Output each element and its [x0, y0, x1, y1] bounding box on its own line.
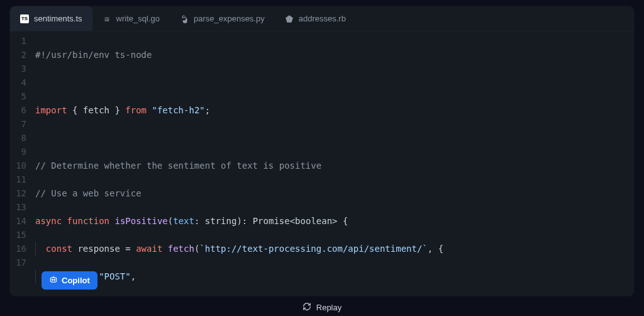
py-icon [180, 14, 189, 23]
copilot-button[interactable]: Copilot [42, 271, 97, 290]
code-line: // Use a web service [35, 186, 634, 200]
svg-point-2 [54, 279, 55, 281]
replay-icon [303, 302, 311, 313]
line-number-gutter: 1 2 3 4 5 6 7 8 9 10 11 12 13 14 15 16 1… [10, 34, 35, 296]
copilot-label: Copilot [62, 276, 90, 285]
code-line: const response = await fetch(`http://tex… [35, 242, 634, 256]
editor-window: TS sentiments.ts write_sql.go parse_expe… [10, 6, 634, 296]
code-line: // Determine whether the sentiment of te… [35, 159, 634, 172]
code-content[interactable]: #!/usr/bin/env ts-node import { fetch } … [35, 34, 634, 296]
tab-label: write_sql.go [116, 14, 160, 23]
code-line: #!/usr/bin/env ts-node [35, 48, 634, 62]
go-icon [103, 14, 111, 23]
tab-label: parse_expenses.py [194, 14, 265, 23]
svg-point-1 [52, 279, 53, 281]
code-line: import { fetch } from "fetch-h2"; [35, 103, 634, 117]
tab-write-sql-go[interactable]: write_sql.go [92, 6, 170, 31]
copilot-icon [49, 275, 58, 286]
code-line: async function isPositive(text: string):… [35, 214, 634, 228]
tab-label: sentiments.ts [34, 14, 82, 23]
code-line [35, 131, 634, 145]
code-line [35, 76, 634, 89]
code-area[interactable]: 1 2 3 4 5 6 7 8 9 10 11 12 13 14 15 16 1… [10, 31, 634, 296]
tab-addresses-rb[interactable]: addresses.rb [275, 6, 356, 31]
replay-label: Replay [316, 303, 341, 312]
svg-rect-0 [50, 278, 56, 282]
ts-icon: TS [20, 14, 29, 23]
rb-icon [285, 14, 294, 23]
tab-parse-expenses-py[interactable]: parse_expenses.py [170, 6, 275, 31]
tab-label: addresses.rb [299, 14, 346, 23]
code-line: method: "POST", [35, 269, 634, 283]
tab-sentiments-ts[interactable]: TS sentiments.ts [10, 6, 92, 31]
tab-bar: TS sentiments.ts write_sql.go parse_expe… [10, 6, 634, 31]
replay-button[interactable]: Replay [10, 296, 634, 313]
